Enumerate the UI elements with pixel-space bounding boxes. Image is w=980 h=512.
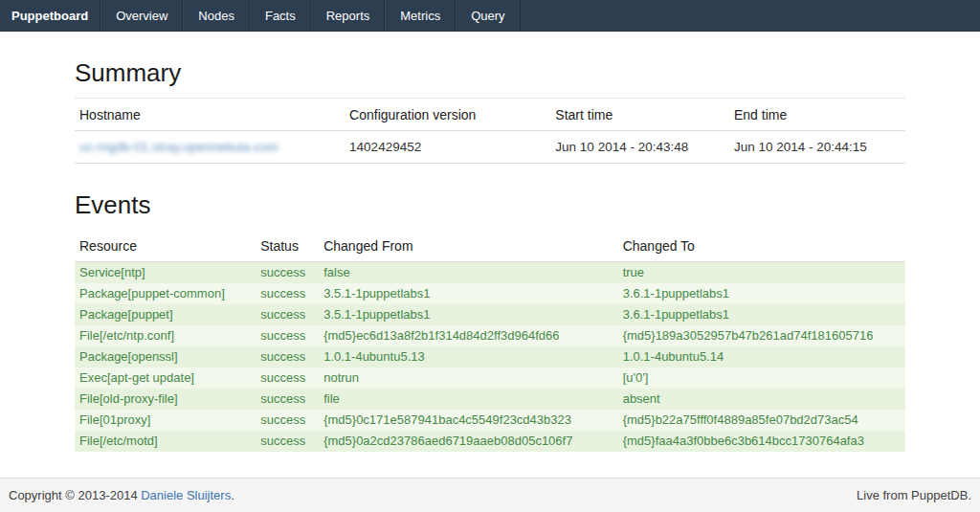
event-changed-to: 1.0.1-4ubuntu5.14: [618, 346, 905, 367]
event-resource: File[old-proxy-file]: [75, 389, 256, 410]
event-changed-to: [u'0']: [618, 367, 905, 389]
event-changed-to: 3.6.1-1puppetlabs1: [618, 304, 905, 325]
event-resource: File[01proxy]: [75, 410, 256, 431]
event-status: success: [256, 262, 319, 284]
event-changed-to: {md5}b22a75fff0f4889a85fe07bd2d73ac54: [618, 410, 905, 431]
nav-item[interactable]: Overview: [100, 0, 183, 31]
event-changed-to: {md5}faa4a3f0bbe6c3b614bcc1730764afa3: [618, 431, 905, 452]
event-row: File[old-proxy-file] success file absent: [75, 389, 905, 410]
event-status: success: [256, 389, 319, 410]
event-row: File[/etc/motd] success {md5}0a2cd23786a…: [75, 431, 905, 452]
nav-item[interactable]: Nodes: [183, 0, 250, 31]
event-changed-from: 3.5.1-1puppetlabs1: [319, 304, 617, 325]
events-table: Resource Status Changed From Changed To …: [75, 230, 905, 452]
event-changed-from: false: [319, 262, 617, 284]
event-status: success: [256, 283, 319, 304]
nav-items: Overview Nodes Facts Reports Metrics Que…: [100, 0, 520, 31]
events-col-changed-to: Changed To: [618, 230, 905, 262]
event-changed-from: 1.0.1-4ubuntu5.13: [319, 346, 617, 367]
summary-row: uc-mgdb-01.stray.opennebula.com 14024294…: [75, 131, 905, 164]
event-changed-from: {md5}0a2cd23786aed6719aaeb08d05c106f7: [319, 431, 617, 452]
event-resource: Exec[apt-get update]: [75, 367, 256, 389]
copyright-prefix: Copyright © 2013-2014: [9, 488, 141, 502]
summary-cell-end-time: Jun 10 2014 - 20:44:15: [729, 131, 905, 164]
events-col-resource: Resource: [75, 230, 256, 262]
nav-item[interactable]: Metrics: [385, 0, 456, 31]
event-row: File[01proxy] success {md5}0c171e587941b…: [75, 410, 905, 431]
puppetdb-status: Live from PuppetDB.: [857, 488, 971, 502]
summary-cell-config-version: 1402429452: [345, 131, 550, 164]
event-row: Package[puppet] success 3.5.1-1puppetlab…: [75, 304, 905, 325]
author-link[interactable]: Daniele Sluijters: [141, 488, 231, 502]
event-changed-from: notrun: [319, 367, 617, 389]
event-resource: File[/etc/ntp.conf]: [75, 325, 256, 346]
copyright-suffix: .: [231, 488, 234, 502]
event-changed-from: file: [319, 389, 617, 410]
summary-col-end-time: End time: [729, 99, 905, 131]
summary-cell-start-time: Jun 10 2014 - 20:43:48: [550, 131, 729, 164]
event-changed-from: {md5}ec6d13a8f2b1f314d84d2ff3d964fd66: [319, 325, 617, 346]
event-status: success: [256, 304, 319, 325]
summary-header-row: Hostname Configuration version Start tim…: [75, 99, 905, 131]
event-resource: Package[puppet-common]: [75, 283, 256, 304]
event-row: File[/etc/ntp.conf] success {md5}ec6d13a…: [75, 325, 905, 346]
event-changed-from: 3.5.1-1puppetlabs1: [319, 283, 617, 304]
nav-item[interactable]: Reports: [311, 0, 386, 31]
main-content: Summary Hostname Configuration version S…: [0, 58, 980, 452]
top-navbar: Puppetboard Overview Nodes Facts Reports…: [0, 0, 980, 32]
summary-col-hostname: Hostname: [75, 99, 345, 131]
events-title: Events: [75, 190, 905, 220]
event-row: Service[ntp] success false true: [75, 262, 905, 284]
event-status: success: [256, 410, 319, 431]
summary-table: Hostname Configuration version Start tim…: [75, 98, 905, 164]
copyright-text: Copyright © 2013-2014 Daniele Sluijters.: [9, 488, 234, 502]
hostname-link[interactable]: uc-mgdb-01.stray.opennebula.com: [79, 140, 278, 154]
event-changed-from: {md5}0c171e587941bac4c5549f23cd43b323: [319, 410, 617, 431]
event-status: success: [256, 431, 319, 452]
summary-col-start-time: Start time: [550, 99, 729, 131]
event-changed-to: true: [618, 262, 905, 284]
events-col-changed-from: Changed From: [319, 230, 617, 262]
nav-item[interactable]: Facts: [250, 0, 311, 31]
event-status: success: [256, 325, 319, 346]
event-changed-to: {md5}189a3052957b47b261ad74f181605716: [618, 325, 905, 346]
event-row: Exec[apt-get update] success notrun [u'0…: [75, 367, 905, 389]
brand-puppetboard[interactable]: Puppetboard: [0, 0, 100, 31]
event-row: Package[openssl] success 1.0.1-4ubuntu5.…: [75, 346, 905, 367]
summary-cell-hostname: uc-mgdb-01.stray.opennebula.com: [75, 131, 345, 164]
event-resource: Service[ntp]: [75, 262, 256, 284]
nav-item[interactable]: Query: [456, 0, 520, 31]
event-changed-to: absent: [618, 389, 905, 410]
summary-title: Summary: [75, 58, 905, 88]
events-rows: Service[ntp] success false true Package[…: [75, 262, 905, 453]
footer: Copyright © 2013-2014 Daniele Sluijters.…: [0, 478, 980, 512]
event-changed-to: 3.6.1-1puppetlabs1: [618, 283, 905, 304]
event-row: Package[puppet-common] success 3.5.1-1pu…: [75, 283, 905, 304]
event-resource: Package[puppet]: [75, 304, 256, 325]
events-col-status: Status: [256, 230, 319, 262]
event-resource: File[/etc/motd]: [75, 431, 256, 452]
summary-col-config-version: Configuration version: [345, 99, 550, 131]
events-header-row: Resource Status Changed From Changed To: [75, 230, 905, 262]
event-status: success: [256, 367, 319, 389]
event-status: success: [256, 346, 319, 367]
event-resource: Package[openssl]: [75, 346, 256, 367]
